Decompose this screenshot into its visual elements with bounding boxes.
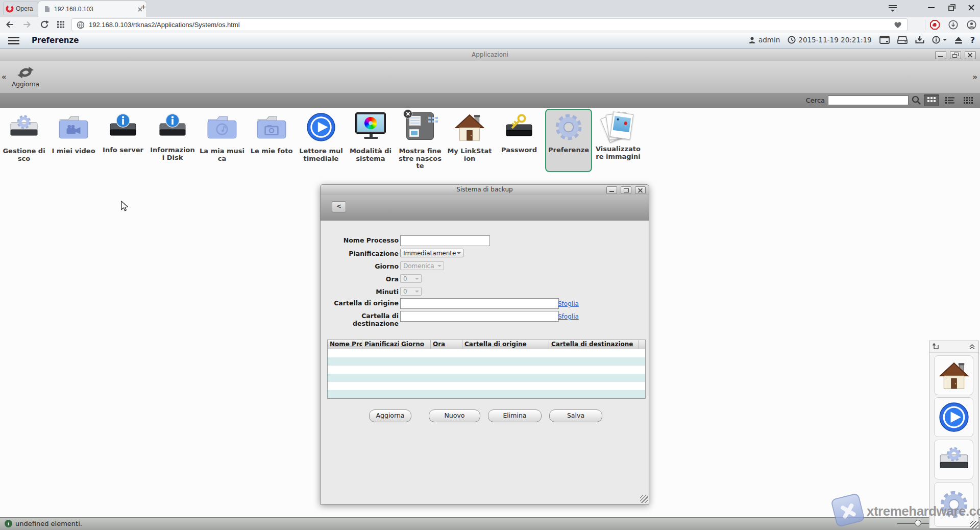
dialog-maximize-button[interactable] <box>621 186 631 194</box>
table-row[interactable] <box>328 357 645 366</box>
table-row[interactable] <box>328 382 645 390</box>
app-icon-preferenze[interactable]: Preferenze <box>545 109 592 172</box>
process-name-input[interactable] <box>400 235 490 246</box>
dest-folder-input[interactable] <box>400 311 559 322</box>
system-info-dropdown[interactable] <box>932 36 947 44</box>
site-badge-icon[interactable] <box>77 21 85 29</box>
refresh-button[interactable]: Aggiorna <box>9 64 42 88</box>
col-header-cartella-origine[interactable]: Cartella di origine <box>462 340 549 349</box>
view-small-icons-button[interactable] <box>961 94 976 106</box>
downloads-icon[interactable] <box>948 20 958 30</box>
form-row-minute: Minuti 0 <box>321 287 649 297</box>
new-job-button[interactable]: Nuovo <box>429 409 480 422</box>
source-folder-input[interactable] <box>400 298 559 309</box>
undo-arrow-icon[interactable] <box>933 343 940 350</box>
window-close-icon[interactable] <box>968 5 976 13</box>
collapse-left-control[interactable]: « <box>2 73 7 82</box>
app-icon-le-mie-foto[interactable]: Le mie foto <box>248 109 295 172</box>
tab-title: 192.168.0.103 <box>54 6 134 13</box>
dialog-close-button[interactable] <box>635 186 646 194</box>
minimize-button[interactable] <box>935 51 946 59</box>
show-windows-icon[interactable] <box>879 36 890 44</box>
dest-folder-label: Cartella di destinazione <box>321 312 399 327</box>
app-icon-i-miei-video[interactable]: I miei video <box>50 109 97 172</box>
close-badge-icon <box>403 109 412 118</box>
table-row[interactable] <box>328 390 645 398</box>
minute-value: 0 <box>403 288 407 295</box>
table-row[interactable] <box>328 349 645 357</box>
speed-dial-grid-icon[interactable] <box>57 21 64 28</box>
zoom-slider-knob[interactable] <box>915 520 921 526</box>
dock-tile-lettore-multimediale[interactable] <box>934 397 973 437</box>
window-restore-icon[interactable] <box>948 4 957 12</box>
profile-icon[interactable] <box>967 20 976 30</box>
app-icon-modalita-di-sistema[interactable]: Modalità di sistema <box>347 109 394 172</box>
schedule-select[interactable]: Immediatamente <box>400 249 463 257</box>
save-job-button[interactable]: Salva <box>549 409 602 422</box>
home-icon <box>939 361 969 390</box>
dock-tile-gestione-disco[interactable] <box>934 440 973 479</box>
window-minimize-icon[interactable] <box>928 7 936 15</box>
forward-icon[interactable] <box>22 20 32 29</box>
col-header-cartella-destinazione[interactable]: Cartella di destinazione <box>549 340 639 349</box>
col-header-giorno[interactable]: Giorno <box>399 340 431 349</box>
eject-icon[interactable] <box>954 36 963 44</box>
reload-icon[interactable] <box>40 20 49 29</box>
delete-job-button[interactable]: Elimina <box>488 409 542 422</box>
gear-icon <box>552 111 585 145</box>
process-name-label: Nome Processo <box>321 236 399 244</box>
refresh-icon <box>17 64 34 81</box>
app-icon-label: Informazion i Disk <box>149 147 196 161</box>
dialog-resize-grip[interactable] <box>640 495 648 503</box>
hamburger-menu-icon[interactable] <box>8 37 19 44</box>
dock-tile-my-linkstation[interactable] <box>934 355 973 395</box>
applications-window-titlebar[interactable]: Applicazioni <box>0 49 980 62</box>
window-resize-grip[interactable] <box>970 521 978 528</box>
dest-browse-link[interactable]: Sfoglia <box>558 313 579 320</box>
form-row-process-name: Nome Processo <box>321 235 649 246</box>
source-browse-link[interactable]: Sfoglia <box>558 300 579 307</box>
browser-tab[interactable]: 192.168.0.103 <box>38 1 147 17</box>
dialog-minimize-button[interactable] <box>606 186 617 194</box>
col-header-pianificazione[interactable]: Pianificazi <box>362 340 399 349</box>
help-icon[interactable]: ? <box>970 35 975 45</box>
app-icon-la-mia-musica[interactable]: La mia musi ca <box>199 109 246 172</box>
app-icon-label: Visualizzato re immagini <box>595 146 642 160</box>
adblock-stop-icon[interactable] <box>930 20 940 30</box>
app-icon-info-server[interactable]: Info server <box>100 109 146 172</box>
app-icon-visualizzatore-immagini[interactable]: Visualizzato re immagini <box>595 109 642 172</box>
search-input[interactable] <box>828 95 909 105</box>
close-button[interactable] <box>965 51 976 59</box>
opera-menu-button[interactable]: Opera <box>3 2 39 15</box>
collapse-right-control[interactable]: » <box>972 73 977 82</box>
browser-menu-icon[interactable] <box>888 4 896 12</box>
app-icon-mostra-finestre-nascoste[interactable]: Mostra fine stre nascos te <box>397 109 444 172</box>
app-icon-gestione-disco[interactable]: Gestione di sco <box>1 109 47 172</box>
search-icon[interactable] <box>912 95 921 105</box>
back-button[interactable]: < <box>332 201 346 212</box>
view-list-button[interactable] <box>942 94 958 106</box>
bookmark-heart-icon[interactable] <box>894 21 902 29</box>
col-header-ora[interactable]: Ora <box>431 340 462 349</box>
col-header-nome-processo[interactable]: Nome Proc <box>328 340 362 349</box>
form-row-day: Giorno Domenica <box>321 261 649 272</box>
view-grid-button[interactable] <box>924 94 939 106</box>
table-row[interactable] <box>328 374 645 382</box>
new-tab-button[interactable]: + <box>141 2 146 12</box>
disk-usage-icon[interactable] <box>897 36 908 44</box>
applications-toolbar: « Aggiorna » <box>0 61 980 93</box>
app-icon-lettore-multimediale[interactable]: Lettore mul timediale <box>298 109 345 172</box>
logged-user[interactable]: admin <box>748 36 780 44</box>
dialog-titlebar[interactable]: Sistema di backup <box>321 185 649 196</box>
app-icon-my-linkstation[interactable]: My LinkStat ion <box>446 109 493 172</box>
app-icon-password[interactable]: Password <box>496 109 543 172</box>
app-icon-informazioni-disk[interactable]: Informazion i Disk <box>149 109 196 172</box>
collapse-up-icon[interactable] <box>969 343 975 350</box>
back-icon[interactable] <box>5 20 14 29</box>
restore-button[interactable] <box>950 51 961 59</box>
hidden-windows-icon <box>403 112 437 146</box>
table-row[interactable] <box>328 366 645 374</box>
refresh-jobs-button[interactable]: Aggiorna <box>369 409 411 422</box>
url-field[interactable]: 192.168.0.103/rtknas2/Applications/Syste… <box>71 18 908 31</box>
download-tray-icon[interactable] <box>915 36 924 44</box>
